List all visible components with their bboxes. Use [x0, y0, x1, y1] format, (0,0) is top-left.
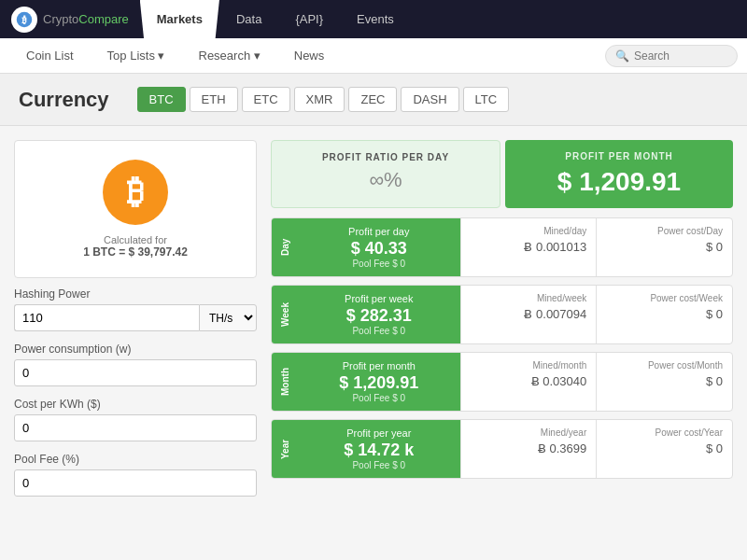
tab-zec[interactable]: ZEC	[348, 87, 397, 112]
subnav-coinlist[interactable]: Coin List	[9, 38, 91, 74]
page-header: Currency BTC ETH ETC XMR ZEC DASH LTC	[0, 74, 747, 126]
row-profit-0: Profit per day $ 40.33 Pool Fee $ 0	[298, 218, 460, 276]
logo-icon: ₿	[11, 7, 37, 33]
row-power-1: Power cost/Week $ 0	[596, 286, 732, 343]
row-pool-fee: Pool Fee $ 0	[311, 326, 447, 336]
profit-ratio-value: ∞%	[283, 168, 488, 192]
nav-data[interactable]: Data	[219, 0, 278, 38]
nav-markets[interactable]: Markets	[140, 0, 219, 38]
logo-text: CryptoCompare	[43, 12, 129, 26]
subnav-toplists[interactable]: Top Lists ▾	[91, 38, 182, 74]
row-power-3: Power cost/Year $ 0	[596, 420, 732, 478]
tab-ltc[interactable]: LTC	[463, 87, 510, 112]
row-power-0: Power cost/Day $ 0	[596, 218, 732, 276]
row-profit-1: Profit per week $ 282.31 Pool Fee $ 0	[298, 286, 460, 343]
pool-fee-label: Pool Fee (%)	[14, 453, 257, 466]
row-mined-label: Mined/month	[471, 360, 587, 371]
row-period-label: Week	[272, 286, 298, 343]
row-power-label: Power cost/Day	[606, 226, 723, 236]
coin-card: ₿ Calculated for 1 BTC = $ 39,797.42	[14, 140, 257, 278]
profit-month-value: $ 1,209.91	[516, 167, 722, 197]
row-pool-fee: Pool Fee $ 0	[311, 259, 447, 269]
cost-per-kwh-input[interactable]	[14, 414, 257, 441]
subnav-news[interactable]: News	[277, 38, 342, 74]
search-box[interactable]: 🔍	[605, 45, 738, 67]
row-power-label: Power cost/Year	[606, 427, 723, 438]
pool-fee-group: Pool Fee (%)	[14, 453, 257, 497]
hashing-power-input[interactable]	[14, 304, 199, 331]
profit-row-month: Month Profit per month $ 1,209.91 Pool F…	[271, 352, 733, 412]
profit-header: PROFIT RATIO PER DAY ∞% PROFIT PER MONTH…	[271, 140, 733, 208]
left-panel: ₿ Calculated for 1 BTC = $ 39,797.42 Has…	[14, 140, 257, 508]
tab-dash[interactable]: DASH	[401, 87, 458, 112]
tab-etc[interactable]: ETC	[242, 87, 290, 112]
row-mined-3: Mined/year Ƀ 0.3699	[460, 420, 597, 478]
hashing-power-group: Hashing Power TH/s GH/s MH/s	[14, 287, 257, 331]
row-profit-value: $ 282.31	[311, 306, 447, 326]
row-period-label: Day	[272, 218, 298, 276]
power-consumption-input[interactable]	[14, 359, 257, 386]
profit-rows: Day Profit per day $ 40.33 Pool Fee $ 0 …	[271, 217, 733, 479]
nav-events[interactable]: Events	[340, 0, 411, 38]
power-consumption-group: Power consumption (w)	[14, 343, 257, 386]
bitcoin-icon: ₿	[103, 160, 168, 225]
profit-month-label: PROFIT PER MONTH	[516, 151, 722, 161]
main-content: ₿ Calculated for 1 BTC = $ 39,797.42 Has…	[0, 126, 747, 522]
nav-api[interactable]: {API}	[278, 0, 340, 38]
row-profit-2: Profit per month $ 1,209.91 Pool Fee $ 0	[298, 353, 460, 411]
profit-row-year: Year Profit per year $ 14.72 k Pool Fee …	[271, 419, 733, 479]
pool-fee-input[interactable]	[14, 469, 257, 497]
profit-ratio-card: PROFIT RATIO PER DAY ∞%	[271, 140, 500, 208]
profit-row-day: Day Profit per day $ 40.33 Pool Fee $ 0 …	[271, 217, 733, 277]
row-power-value: $ 0	[606, 307, 723, 321]
row-period-label: Month	[272, 353, 298, 411]
tab-eth[interactable]: ETH	[190, 87, 238, 112]
row-profit-label: Profit per week	[311, 293, 447, 304]
sub-nav: Coin List Top Lists ▾ Research ▾ News 🔍	[0, 38, 747, 74]
btc-price: 1 BTC = $ 39,797.42	[34, 245, 237, 259]
cost-per-kwh-group: Cost per KWh ($)	[14, 398, 257, 441]
row-mined-label: Mined/year	[471, 427, 587, 438]
cost-per-kwh-label: Cost per KWh ($)	[14, 398, 257, 411]
row-power-label: Power cost/Week	[606, 293, 723, 303]
row-profit-label: Profit per month	[311, 360, 447, 371]
hashing-power-input-group: TH/s GH/s MH/s	[14, 304, 257, 331]
profit-ratio-label: PROFIT RATIO PER DAY	[283, 152, 488, 162]
row-mined-value: Ƀ 0.3699	[471, 441, 587, 455]
top-nav: ₿ CryptoCompare Markets Data {API} Event…	[0, 0, 747, 38]
row-profit-value: $ 14.72 k	[311, 441, 447, 460]
row-pool-fee: Pool Fee $ 0	[311, 393, 447, 403]
row-profit-label: Profit per day	[311, 226, 447, 237]
row-mined-value: Ƀ 0.001013	[471, 240, 587, 254]
row-mined-value: Ƀ 0.007094	[471, 307, 587, 321]
search-icon: 🔍	[615, 49, 629, 63]
right-panel: PROFIT RATIO PER DAY ∞% PROFIT PER MONTH…	[271, 140, 733, 508]
tab-xmr[interactable]: XMR	[294, 87, 345, 112]
row-power-2: Power cost/Month $ 0	[596, 353, 732, 411]
row-mined-2: Mined/month Ƀ 0.03040	[460, 353, 597, 411]
row-mined-0: Mined/day Ƀ 0.001013	[460, 218, 597, 276]
row-power-value: $ 0	[606, 441, 723, 455]
top-nav-links: Markets Data {API} Events	[140, 0, 747, 38]
row-profit-label: Profit per year	[311, 427, 447, 439]
hashing-power-unit[interactable]: TH/s GH/s MH/s	[199, 304, 257, 331]
profit-row-week: Week Profit per week $ 282.31 Pool Fee $…	[271, 285, 733, 344]
page-title: Currency	[19, 88, 109, 112]
calculated-for-label: Calculated for	[34, 234, 237, 245]
row-profit-value: $ 40.33	[311, 239, 447, 259]
row-mined-label: Mined/week	[471, 293, 587, 303]
row-mined-label: Mined/day	[471, 226, 587, 236]
search-input[interactable]	[634, 49, 727, 63]
row-mined-value: Ƀ 0.03040	[471, 374, 587, 388]
logo[interactable]: ₿ CryptoCompare	[0, 7, 140, 33]
row-profit-3: Profit per year $ 14.72 k Pool Fee $ 0	[298, 420, 460, 478]
tab-btc[interactable]: BTC	[137, 87, 186, 112]
currency-tabs: BTC ETH ETC XMR ZEC DASH LTC	[137, 87, 510, 112]
row-power-value: $ 0	[606, 374, 723, 388]
row-period-label: Year	[272, 420, 298, 478]
power-consumption-label: Power consumption (w)	[14, 343, 257, 356]
subnav-research[interactable]: Research ▾	[182, 38, 277, 74]
row-power-value: $ 0	[606, 240, 723, 254]
row-mined-1: Mined/week Ƀ 0.007094	[460, 286, 597, 343]
hashing-power-label: Hashing Power	[14, 287, 257, 301]
